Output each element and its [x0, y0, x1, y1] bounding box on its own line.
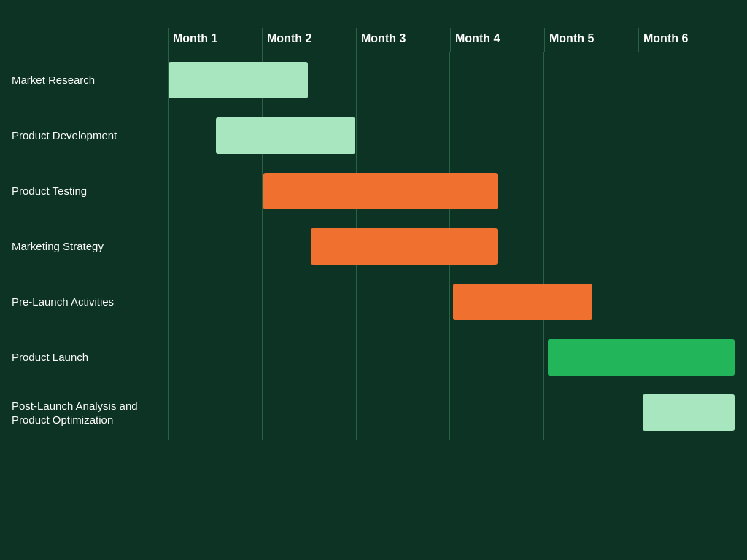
task-bar-2	[263, 173, 498, 209]
task-label-6: Post-Launch Analysis and Product Optimiz…	[12, 399, 161, 427]
month-header-6: Month 6	[638, 28, 732, 52]
task-row-4: Pre-Launch Activities	[169, 274, 732, 330]
gantt-area: Market ResearchProduct DevelopmentProduc…	[168, 52, 732, 440]
task-bar-3	[311, 228, 498, 265]
task-label-3: Marketing Strategy	[12, 239, 161, 254]
month-header-1: Month 1	[168, 28, 262, 52]
task-row-2: Product Testing	[169, 163, 732, 219]
task-row-1: Product Development	[169, 108, 732, 163]
page-title	[0, 0, 747, 20]
footer	[0, 545, 747, 551]
task-row-3: Marketing Strategy	[169, 219, 732, 274]
task-bar-0	[169, 62, 308, 98]
task-row-6: Post-Launch Analysis and Product Optimiz…	[169, 385, 732, 440]
task-label-2: Product Testing	[12, 184, 161, 198]
month-header-4: Month 4	[450, 28, 544, 52]
task-bar-6	[643, 394, 735, 431]
month-header-2: Month 2	[262, 28, 356, 52]
task-label-4: Pre-Launch Activities	[12, 295, 161, 309]
task-label-0: Market Research	[12, 73, 161, 88]
task-label-5: Product Launch	[12, 350, 161, 365]
month-header-5: Month 5	[544, 28, 638, 52]
task-row-0: Market Research	[169, 52, 732, 108]
chart-container: Month 1Month 2Month 3Month 4Month 5Month…	[0, 20, 747, 440]
month-header-3: Month 3	[356, 28, 450, 52]
month-headers: Month 1Month 2Month 3Month 4Month 5Month…	[168, 28, 732, 52]
task-bar-1	[216, 117, 355, 154]
task-label-1: Product Development	[12, 128, 161, 143]
task-bar-5	[548, 339, 735, 376]
task-row-5: Product Launch	[169, 330, 732, 385]
task-bar-4	[453, 284, 592, 320]
